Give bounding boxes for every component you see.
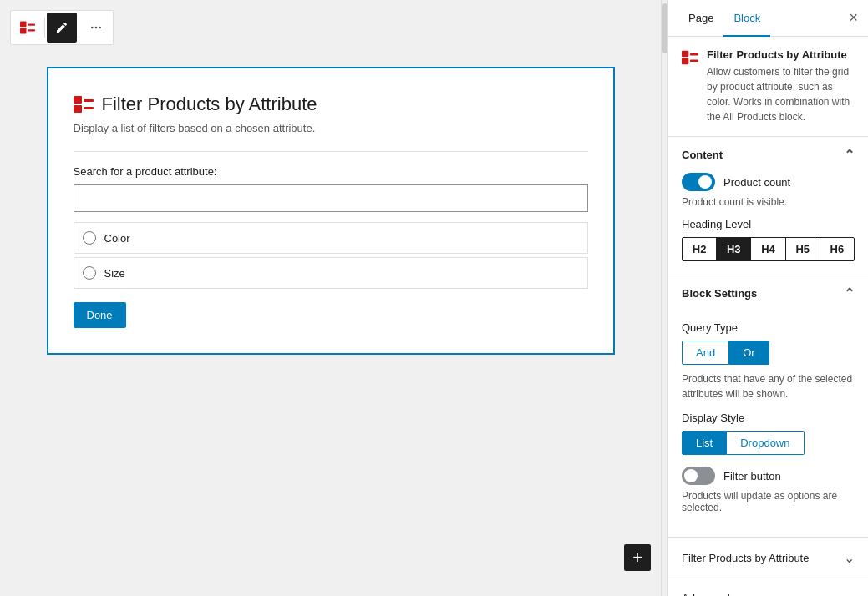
search-label: Search for a product attribute: bbox=[74, 165, 588, 178]
close-sidebar-button[interactable]: × bbox=[849, 9, 858, 27]
filter-products-chevron-down-icon: ⌄ bbox=[844, 550, 855, 566]
advanced-section: Advanced ⌄ bbox=[668, 578, 868, 596]
filter-button-toggle[interactable] bbox=[682, 467, 715, 485]
advanced-section-label: Advanced bbox=[682, 592, 730, 596]
block-title-row: Filter Products by Attribute bbox=[74, 93, 588, 115]
query-and-button[interactable]: And bbox=[682, 341, 729, 365]
svg-rect-14 bbox=[690, 60, 698, 63]
block-description: Display a list of filters based on a cho… bbox=[74, 122, 588, 134]
scrollbar-track[interactable] bbox=[661, 0, 667, 596]
toggle-slider bbox=[682, 173, 715, 191]
toolbar-divider bbox=[44, 18, 45, 38]
sidebar-tabs-header: Page Block × bbox=[668, 0, 868, 37]
block-settings-section: Block Settings ⌃ Query Type And Or Produ… bbox=[668, 275, 868, 538]
add-block-button[interactable]: + bbox=[624, 544, 651, 571]
svg-rect-8 bbox=[74, 105, 82, 113]
block-divider bbox=[74, 151, 588, 152]
product-count-label: Product count bbox=[723, 176, 790, 189]
content-section-content: Product count Product count is visible. … bbox=[668, 173, 868, 275]
block-info-panel: Filter Products by Attribute Allow custo… bbox=[668, 37, 868, 137]
block-type-button[interactable] bbox=[13, 13, 43, 43]
block-toolbar bbox=[10, 10, 114, 45]
svg-point-6 bbox=[99, 27, 101, 29]
svg-rect-13 bbox=[690, 53, 698, 56]
block-settings-label: Block Settings bbox=[682, 287, 757, 300]
color-radio[interactable] bbox=[83, 231, 96, 245]
heading-h2-button[interactable]: H2 bbox=[683, 238, 717, 260]
done-button[interactable]: Done bbox=[74, 302, 126, 328]
display-dropdown-button[interactable]: Dropdown bbox=[727, 431, 804, 455]
display-style-label: Display Style bbox=[682, 412, 855, 424]
block-settings-section-header[interactable]: Block Settings ⌃ bbox=[668, 275, 868, 311]
toolbar-divider-2 bbox=[79, 18, 79, 38]
query-or-button[interactable]: Or bbox=[729, 341, 769, 365]
filter-button-toggle-row: Filter button bbox=[682, 467, 855, 485]
attribute-search-input[interactable] bbox=[74, 184, 588, 212]
heading-h6-button[interactable]: H6 bbox=[820, 238, 854, 260]
scrollbar-thumb[interactable] bbox=[662, 3, 667, 53]
heading-h3-button[interactable]: H3 bbox=[717, 238, 751, 260]
color-label: Color bbox=[104, 232, 130, 245]
content-chevron-up-icon: ⌃ bbox=[844, 147, 855, 163]
block-settings-content: Query Type And Or Products that have any… bbox=[668, 321, 868, 537]
color-option[interactable]: Color bbox=[74, 222, 588, 254]
filter-products-block-icon bbox=[74, 96, 94, 113]
filter-button-hint: Products will update as options are sele… bbox=[682, 490, 855, 513]
heading-h5-button[interactable]: H5 bbox=[786, 238, 820, 260]
filter-toggle-slider bbox=[682, 467, 715, 485]
block-info-text: Filter Products by Attribute Allow custo… bbox=[707, 48, 855, 124]
size-option[interactable]: Size bbox=[74, 257, 588, 289]
svg-point-5 bbox=[95, 27, 98, 29]
block-title: Filter Products by Attribute bbox=[102, 93, 317, 115]
content-section: Content ⌃ Product count Product count is… bbox=[668, 137, 868, 275]
svg-rect-11 bbox=[682, 51, 688, 57]
filter-products-block: Filter Products by Attribute Display a l… bbox=[47, 67, 615, 355]
filter-products-attribute-section: Filter Products by Attribute ⌄ bbox=[668, 538, 868, 578]
svg-rect-1 bbox=[20, 28, 27, 34]
more-options-button[interactable] bbox=[81, 13, 111, 43]
filter-products-attribute-label: Filter Products by Attribute bbox=[682, 552, 809, 564]
query-type-label: Query Type bbox=[682, 321, 855, 334]
display-style-buttons: List Dropdown bbox=[682, 431, 855, 455]
filter-button-label: Filter button bbox=[723, 470, 781, 482]
svg-rect-7 bbox=[74, 96, 82, 104]
query-type-buttons: And Or bbox=[682, 341, 855, 365]
sidebar: Page Block × Filter Products by Attribut… bbox=[667, 0, 868, 596]
main-content-area: Filter Products by Attribute Display a l… bbox=[0, 0, 661, 596]
display-list-button[interactable]: List bbox=[682, 431, 727, 455]
svg-rect-10 bbox=[84, 107, 94, 109]
svg-rect-2 bbox=[28, 24, 35, 26]
filter-products-attribute-header[interactable]: Filter Products by Attribute ⌄ bbox=[668, 538, 868, 578]
product-count-hint: Product count is visible. bbox=[682, 196, 855, 208]
block-container: Filter Products by Attribute Display a l… bbox=[47, 67, 615, 355]
block-info-icon bbox=[682, 50, 698, 68]
advanced-chevron-down-icon: ⌄ bbox=[844, 590, 855, 596]
block-settings-chevron-up-icon: ⌃ bbox=[844, 285, 855, 301]
query-type-hint: Products that have any of the selected a… bbox=[682, 371, 855, 402]
svg-rect-12 bbox=[682, 58, 688, 65]
heading-h4-button[interactable]: H4 bbox=[751, 238, 785, 260]
block-info-description: Allow customers to filter the grid by pr… bbox=[707, 64, 855, 124]
heading-level-buttons: H2 H3 H4 H5 H6 bbox=[682, 237, 855, 261]
svg-rect-9 bbox=[84, 99, 94, 102]
block-info-title: Filter Products by Attribute bbox=[707, 48, 855, 61]
product-count-toggle-row: Product count bbox=[682, 173, 855, 191]
size-label: Size bbox=[104, 267, 125, 280]
svg-point-4 bbox=[91, 27, 94, 29]
svg-rect-0 bbox=[20, 22, 27, 28]
svg-rect-3 bbox=[28, 29, 35, 31]
tab-block[interactable]: Block bbox=[723, 0, 770, 37]
content-section-label: Content bbox=[682, 149, 723, 161]
advanced-section-header[interactable]: Advanced ⌄ bbox=[668, 578, 868, 596]
size-radio[interactable] bbox=[83, 266, 96, 280]
heading-level-label: Heading Level bbox=[682, 218, 855, 230]
tab-page[interactable]: Page bbox=[678, 0, 723, 37]
edit-button[interactable] bbox=[47, 13, 77, 43]
product-count-toggle[interactable] bbox=[682, 173, 715, 191]
content-section-header[interactable]: Content ⌃ bbox=[668, 137, 868, 173]
